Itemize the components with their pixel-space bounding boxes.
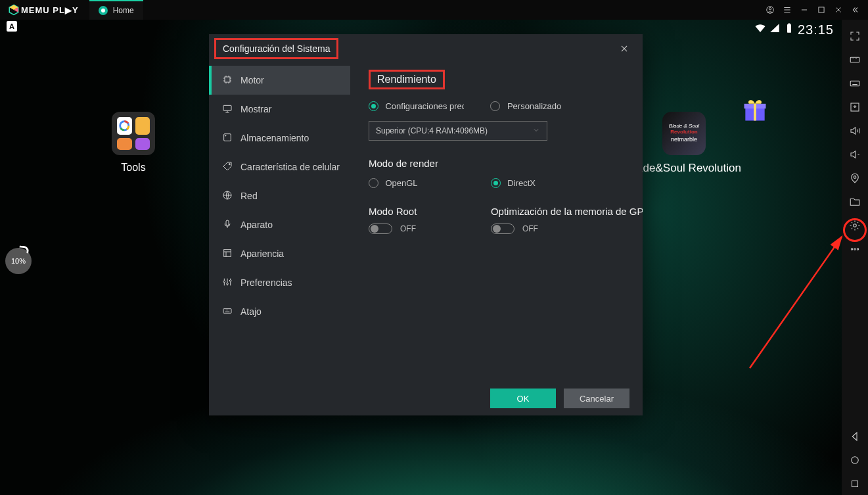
svg-rect-8 [788,24,790,25]
mini-app-icon [117,117,132,135]
nav-recent-icon[interactable] [844,473,866,495]
file-manager-icon[interactable] [844,191,866,213]
account-icon[interactable] [762,1,779,18]
nav-aparato[interactable]: Aparato [209,210,350,239]
sliders-icon [222,277,233,289]
nav-back-icon[interactable] [844,425,866,448]
svg-point-33 [852,457,859,464]
nav-motor[interactable]: Motor [209,66,350,95]
svg-rect-24 [223,308,231,313]
perf-indicator[interactable]: 10% [5,248,32,274]
radio-directx[interactable]: DirectX [491,177,536,189]
ok-button[interactable]: OK [490,389,556,408]
root-toggle[interactable] [369,224,392,234]
nav-home-icon[interactable] [844,449,866,471]
svg-rect-25 [850,57,859,62]
svg-point-28 [854,176,856,179]
monitor-icon [222,103,233,116]
svg-rect-19 [226,220,229,225]
nav-red[interactable]: Red [209,181,350,210]
nav-almacenamiento[interactable]: Almacenamiento [209,124,350,153]
gpu-heading: Optimización de la memoria de GPU [491,206,643,217]
radio-on-icon [491,178,501,188]
section-title: Rendimiento [377,74,436,85]
svg-point-16 [225,135,226,135]
perf-preset-combo[interactable]: Superior (CPU:4 RAM:4096MB) [369,121,547,141]
folder-icon [112,112,155,155]
settings-dialog: Configuración del Sistema Motor Mostrar [209,34,643,415]
wifi-icon [754,22,766,37]
nav-mostrar[interactable]: Mostrar [209,95,350,124]
bns-app-icon: Blade & Soul Revolution netmarble [662,112,706,155]
mic-icon [222,219,233,231]
more-icon[interactable] [844,238,866,260]
fullscreen-icon[interactable] [844,25,866,47]
nav-atajo[interactable]: Atajo [209,297,350,326]
side-toolbar [842,20,868,495]
radio-off-icon [369,178,378,188]
signal-icon [769,22,781,37]
keymap-icon[interactable] [844,49,866,71]
highlight-box: Configuración del Sistema [214,38,338,59]
settings-sidebar: Motor Mostrar Almacenamiento Característ… [209,63,350,381]
radio-off-icon [490,101,500,111]
svg-point-29 [854,224,857,227]
cpu-icon [222,74,233,87]
radio-preset[interactable]: Configuraciones predefinidas [369,100,464,112]
volume-down-icon[interactable] [844,143,866,166]
nav-preferencias[interactable]: Preferencias [209,268,350,297]
menu-icon[interactable] [779,1,796,18]
mini-app-icon [117,138,132,151]
dialog-footer: OK Cancelar [209,381,643,415]
radio-on-icon [369,101,378,111]
svg-rect-6 [819,7,824,12]
dialog-title: Configuración del Sistema [223,43,330,54]
install-apk-icon[interactable] [844,96,866,118]
app-logo: MEMU PL▶Y [4,4,83,16]
keymap-edit-icon[interactable] [844,72,866,95]
chevron-down-icon [532,126,540,136]
svg-rect-7 [787,24,791,33]
radio-custom[interactable]: Personalizado [490,100,561,112]
maximize-button[interactable] [813,1,830,18]
clock: 23:15 [798,22,834,37]
svg-rect-15 [224,133,231,141]
home-tab-icon [99,6,108,15]
nav-celular[interactable]: Característica de celular [209,153,350,181]
svg-point-31 [854,248,856,250]
nav-apariencia[interactable]: Apariencia [209,239,350,268]
svg-rect-26 [850,81,859,86]
settings-content: Rendimiento Configuraciones predefinidas… [350,63,643,381]
highlight-box: Rendimiento [369,70,445,89]
svg-rect-34 [852,481,858,487]
gpu-toggle[interactable] [491,224,514,234]
dialog-close-button[interactable] [615,39,633,58]
location-icon[interactable] [844,167,866,189]
root-heading: Modo Root [369,206,438,217]
titlebar: MEMU PL▶Y Home [0,0,868,20]
radio-opengl[interactable]: OpenGL [369,177,418,189]
svg-rect-12 [754,104,756,121]
svg-point-5 [769,8,771,11]
render-heading: Modo de render [369,158,438,169]
keyboard-icon [222,306,233,318]
svg-point-17 [229,163,230,164]
dialog-header: Configuración del Sistema [209,34,643,63]
battery-icon [783,22,795,37]
emulator-screen: A 23:15 Tools Blade & Soul Revolution ne… [0,20,842,495]
tab-home[interactable]: Home [89,0,143,20]
settings-gear-icon[interactable] [844,214,866,237]
collapse-sidebar-icon[interactable] [847,1,864,18]
gift-icon[interactable] [741,95,769,124]
minimize-button[interactable] [796,1,813,18]
volume-up-icon[interactable] [844,120,866,142]
android-status-bar: 23:15 [754,22,834,37]
storage-icon [222,132,233,145]
svg-rect-20 [224,249,231,256]
cancel-button[interactable]: Cancelar [564,389,629,408]
close-button[interactable] [830,1,847,18]
svg-rect-13 [225,77,230,82]
svg-point-23 [229,279,231,281]
tools-folder[interactable]: Tools [112,112,155,174]
svg-rect-14 [223,105,231,110]
